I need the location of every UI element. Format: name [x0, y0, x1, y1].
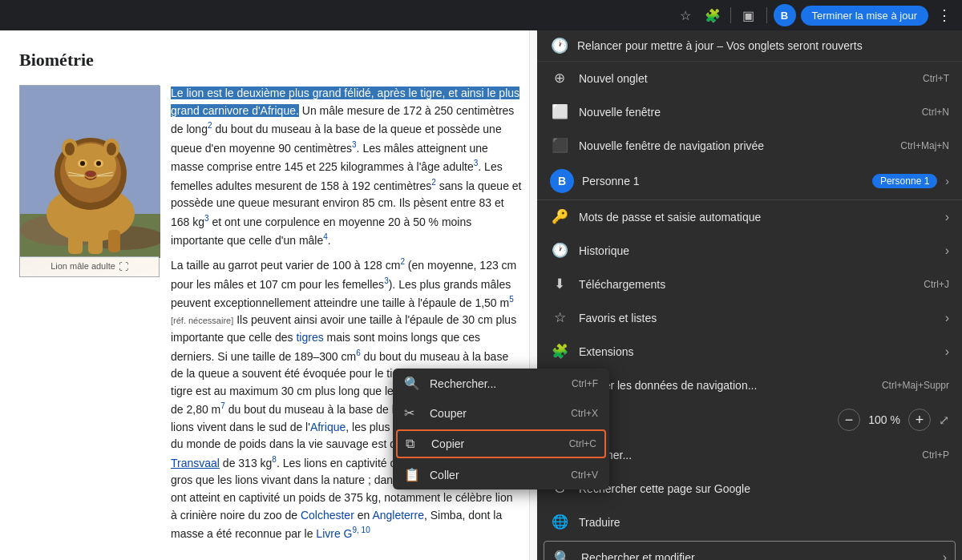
- nouvel-onglet-shortcut: Ctrl+T: [923, 73, 949, 84]
- favorites-icon: ☆: [550, 309, 569, 326]
- translate-icon: 🌐: [550, 514, 569, 530]
- history-icon: 🕐: [550, 242, 569, 259]
- menu-item-traduire[interactable]: 🌐 Traduire: [537, 506, 962, 539]
- menu-item-nouvelle-fenetre[interactable]: ⬜ Nouvelle fenêtre Ctrl+N: [537, 95, 962, 129]
- ctx-couper-shortcut: Ctrl+X: [571, 408, 598, 419]
- menu-item-mots-de-passe[interactable]: 🔑 Mots de passe et saisie automatique ›: [537, 200, 962, 234]
- svg-rect-22: [88, 230, 103, 254]
- zoom-minus-button[interactable]: −: [838, 409, 860, 431]
- rechercher-modifier-label: Rechercher et modifier: [581, 551, 933, 560]
- ctx-copier-label: Copier: [431, 437, 560, 450]
- new-tab-icon: ⊕: [550, 70, 569, 87]
- extensions-bar-icon[interactable]: 🧩: [701, 4, 724, 26]
- zoom-controls: − 100 % + ⤢: [838, 409, 949, 431]
- profile-arrow-icon: ›: [945, 175, 949, 187]
- menu-item-favoris[interactable]: ☆ Favoris et listes ›: [537, 301, 962, 335]
- effacer-shortcut: Ctrl+Maj+Suppr: [882, 380, 949, 391]
- password-arrow-icon: ›: [945, 210, 949, 224]
- ctx-item-couper[interactable]: ✂ Couper Ctrl+X: [393, 398, 609, 428]
- menu-item-telechargements[interactable]: ⬇ Téléchargements Ctrl+J: [537, 268, 962, 301]
- telechargements-shortcut: Ctrl+J: [924, 279, 949, 290]
- ctx-rechercher-label: Rechercher...: [430, 377, 562, 390]
- private-window-icon: ⬛: [550, 137, 569, 154]
- svg-rect-23: [108, 230, 120, 252]
- profile-name: Personne 1: [582, 175, 864, 187]
- effacer-label: Effacer les données de navigation...: [579, 379, 872, 392]
- extensions-icon: 🧩: [550, 343, 569, 360]
- update-notification-label: Relancer pour mettre à jour – Vos onglet…: [577, 39, 863, 52]
- menu-item-nouvel-onglet[interactable]: ⊕ Nouvel onglet Ctrl+T: [537, 62, 962, 95]
- zoom-plus-button[interactable]: +: [908, 409, 931, 431]
- imprimer-label: Imprimer...: [579, 449, 912, 461]
- zoom-value: 100 %: [868, 413, 900, 426]
- update-button[interactable]: Terminer la mise à jour: [801, 6, 929, 26]
- menu-item-extensions[interactable]: 🧩 Extensions ›: [537, 335, 962, 369]
- extensions-arrow-icon: ›: [945, 344, 949, 359]
- traduire-label: Traduire: [579, 516, 949, 529]
- link-livre[interactable]: Livre G: [316, 527, 352, 540]
- profile-button[interactable]: B: [774, 4, 796, 26]
- bookmark-icon[interactable]: ☆: [674, 4, 697, 26]
- favorites-arrow-icon: ›: [945, 311, 949, 325]
- historique-label: Historique: [579, 244, 936, 257]
- profile-avatar: B: [550, 169, 574, 193]
- ctx-item-copier[interactable]: ⧉ Copier Ctrl+C: [396, 429, 606, 458]
- find-replace-arrow-icon: ›: [943, 550, 947, 560]
- rechercher-google-label: Rechercher cette page sur Google: [579, 482, 949, 495]
- image-caption: Lion mâle adulte ⛶: [20, 256, 159, 277]
- ctx-copy-icon: ⧉: [406, 437, 422, 451]
- link-tigres[interactable]: tigres: [296, 331, 323, 344]
- svg-rect-21: [68, 230, 83, 254]
- zoom-expand-icon[interactable]: ⤢: [939, 413, 949, 428]
- link-angleterre[interactable]: Angleterre: [372, 509, 424, 522]
- tab-search-icon[interactable]: ▣: [738, 4, 760, 26]
- separator-1: [730, 7, 731, 23]
- svg-point-16: [85, 171, 96, 177]
- extensions-label: Extensions: [579, 345, 936, 358]
- menu-item-historique[interactable]: 🕐 Historique ›: [537, 234, 962, 268]
- menu-item-nav-privee[interactable]: ⬛ Nouvelle fenêtre de navigation privée …: [537, 129, 962, 163]
- link-afrique[interactable]: Afrique: [310, 421, 346, 433]
- lion-image: Lion mâle adulte ⛶: [19, 85, 160, 277]
- imprimer-shortcut: Ctrl+P: [922, 449, 949, 461]
- link-colchester[interactable]: Colchester: [301, 509, 354, 522]
- ctx-copier-shortcut: Ctrl+C: [569, 438, 596, 449]
- separator-2: [766, 7, 767, 23]
- ctx-coller-label: Coller: [430, 469, 561, 481]
- browser-bar: ☆ 🧩 ▣ B Terminer la mise à jour ⋮: [0, 0, 962, 30]
- menu-dots-icon[interactable]: ⋮: [933, 4, 956, 26]
- telechargements-label: Téléchargements: [579, 278, 914, 291]
- ctx-search-icon: 🔍: [404, 376, 420, 391]
- svg-point-10: [65, 143, 75, 155]
- page-title: Biométrie: [19, 46, 522, 74]
- nav-privee-shortcut: Ctrl+Maj+N: [900, 140, 949, 151]
- ctx-item-coller[interactable]: 📋 Coller Ctrl+V: [393, 460, 609, 489]
- mots-de-passe-label: Mots de passe et saisie automatique: [579, 211, 936, 224]
- new-window-icon: ⬜: [550, 103, 569, 120]
- nouvelle-fenetre-shortcut: Ctrl+N: [922, 107, 949, 118]
- svg-point-11: [107, 143, 116, 155]
- context-menu: 🔍 Rechercher... Ctrl+F ✂ Couper Ctrl+X ⧉…: [393, 369, 609, 489]
- lion-image-container: Lion mâle adulte ⛶: [19, 85, 160, 550]
- download-icon: ⬇: [550, 276, 569, 292]
- svg-point-15: [96, 161, 101, 166]
- favoris-label: Favoris et listes: [579, 312, 936, 324]
- password-icon: 🔑: [550, 208, 569, 225]
- nouvel-onglet-label: Nouvel onglet: [579, 72, 913, 85]
- ctx-cut-icon: ✂: [404, 405, 420, 421]
- update-notification[interactable]: 🕐 Relancer pour mettre à jour – Vos ongl…: [537, 30, 962, 62]
- svg-point-14: [80, 161, 85, 166]
- nav-privee-label: Nouvelle fenêtre de navigation privée: [579, 139, 891, 152]
- menu-item-rechercher-modifier[interactable]: 🔍 Rechercher et modifier ›: [544, 541, 956, 560]
- profile-row[interactable]: B Personne 1 Personne 1 ›: [537, 163, 962, 200]
- nouvelle-fenetre-label: Nouvelle fenêtre: [579, 106, 912, 119]
- update-clock-icon: 🕐: [550, 37, 569, 54]
- zoom-label: Zoom: [576, 413, 831, 426]
- ctx-rechercher-shortcut: Ctrl+F: [572, 378, 598, 389]
- find-replace-icon: 🔍: [552, 550, 572, 561]
- ctx-item-rechercher[interactable]: 🔍 Rechercher... Ctrl+F: [393, 369, 609, 398]
- history-arrow-icon: ›: [945, 244, 949, 258]
- ctx-coller-shortcut: Ctrl+V: [571, 469, 598, 481]
- profile-tag: Personne 1: [872, 174, 937, 188]
- ctx-couper-label: Couper: [430, 407, 561, 420]
